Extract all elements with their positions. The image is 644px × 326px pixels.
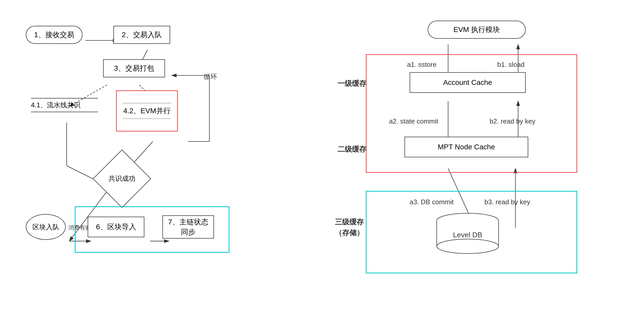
step3-node: 3、交易打包 bbox=[103, 59, 165, 77]
a2-label: a2. state commit bbox=[389, 117, 438, 125]
step3-label: 3、交易打包 bbox=[114, 63, 154, 73]
leveldb-cylinder: Level DB bbox=[433, 213, 502, 254]
level1-label: 一级缓存 bbox=[337, 79, 366, 88]
main-container: 1、接收交易 2、交易入队 3、交易打包 4.1、流水线共识 4.2、EVM并行… bbox=[0, 0, 644, 326]
step42-label: 4.2、EVM并行 bbox=[123, 106, 171, 116]
left-arrows bbox=[15, 10, 312, 316]
step6-label: 6、区块导入 bbox=[96, 222, 136, 232]
block-queue-node: 区块入队 bbox=[26, 214, 66, 240]
level3-label: 三级缓存 （存储） bbox=[335, 217, 364, 238]
step1-node: 1、接收交易 bbox=[26, 26, 82, 44]
a3-label: a3. DB commit bbox=[410, 198, 454, 206]
mpt-node-cache-node: MPT Node Cache bbox=[404, 137, 528, 157]
step2-label: 2、交易入队 bbox=[122, 30, 162, 40]
step7-label: 7、主链状态 同步 bbox=[168, 217, 208, 237]
step41-label: 4.1、流水线共识 bbox=[31, 99, 98, 112]
level2-label: 二级缓存 bbox=[337, 144, 366, 154]
evm-label: EVM 执行模块 bbox=[453, 25, 500, 35]
consensus-diamond: 共识成功 bbox=[99, 156, 144, 201]
block-queue-label: 区块入队 bbox=[32, 223, 59, 232]
step42-node: 4.2、EVM并行 bbox=[116, 90, 178, 132]
leveldb-node: Level DB bbox=[433, 213, 502, 254]
loop-label: 循环 bbox=[204, 72, 217, 81]
step2-node: 2、交易入队 bbox=[113, 26, 170, 44]
svg-point-22 bbox=[437, 239, 499, 254]
right-diagram: EVM 执行模块 一级缓存 a1. sstore b1. sload Accou… bbox=[332, 10, 629, 316]
evm-node: EVM 执行模块 bbox=[428, 21, 526, 39]
consensus-label: 共识成功 bbox=[109, 174, 135, 183]
left-diagram: 1、接收交易 2、交易入队 3、交易打包 4.1、流水线共识 4.2、EVM并行… bbox=[15, 10, 312, 316]
mpt-cache-label: MPT Node Cache bbox=[438, 143, 495, 151]
account-cache-node: Account Cache bbox=[410, 72, 526, 93]
step7-node: 7、主链状态 同步 bbox=[162, 215, 214, 239]
step1-label: 1、接收交易 bbox=[34, 30, 74, 40]
b3-label: b3. read by key bbox=[484, 198, 530, 206]
a1-label: a1. sstore bbox=[407, 61, 436, 69]
b1-label: b1. sload bbox=[497, 61, 525, 69]
account-cache-label: Account Cache bbox=[443, 78, 492, 87]
b2-label: b2. read by key bbox=[490, 117, 535, 125]
svg-text:Level DB: Level DB bbox=[453, 231, 482, 239]
step6-node: 6、区块导入 bbox=[88, 217, 144, 237]
